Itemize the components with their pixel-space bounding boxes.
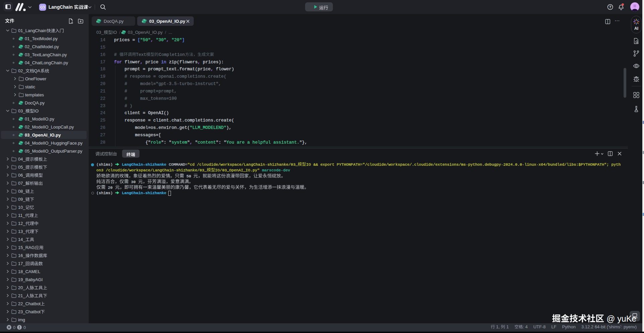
svg-text:?: ? [609, 5, 611, 9]
